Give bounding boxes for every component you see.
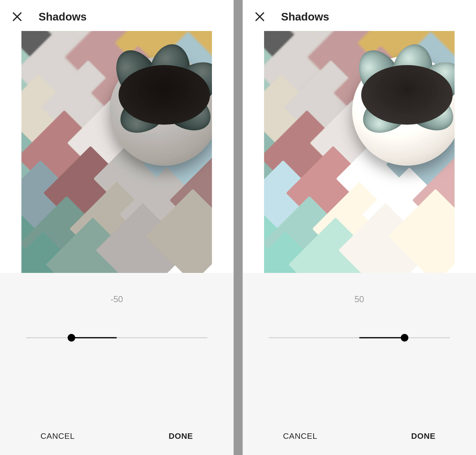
footer: CANCEL DONE bbox=[243, 431, 476, 455]
close-button[interactable] bbox=[10, 9, 24, 24]
slider-value-label: 50 bbox=[243, 294, 476, 304]
header: Shadows bbox=[243, 0, 476, 31]
close-icon bbox=[11, 11, 23, 22]
cancel-button[interactable]: CANCEL bbox=[283, 431, 317, 441]
shadows-slider[interactable] bbox=[269, 333, 450, 342]
done-button[interactable]: DONE bbox=[169, 431, 193, 441]
photo-pot bbox=[110, 56, 212, 166]
screen-left: Shadows bbox=[0, 0, 234, 455]
close-icon bbox=[254, 11, 265, 22]
slider-track bbox=[26, 337, 207, 338]
slider-thumb[interactable] bbox=[401, 334, 408, 341]
comparison-canvas: Shadows bbox=[0, 0, 476, 455]
photo-preview bbox=[264, 31, 455, 273]
controls-panel: -50 CANCEL DONE bbox=[0, 273, 234, 455]
close-button[interactable] bbox=[253, 9, 267, 24]
photo-preview bbox=[21, 31, 212, 273]
shadows-slider[interactable] bbox=[26, 333, 207, 342]
controls-panel: 50 CANCEL DONE bbox=[243, 273, 476, 455]
slider-fill bbox=[359, 337, 405, 338]
done-button[interactable]: DONE bbox=[411, 431, 436, 441]
page-title: Shadows bbox=[39, 10, 87, 23]
slider-value-label: -50 bbox=[0, 294, 234, 304]
header: Shadows bbox=[0, 0, 234, 31]
screen-right: Shadows bbox=[243, 0, 476, 455]
page-title: Shadows bbox=[281, 10, 329, 23]
photo-preview-wrap bbox=[243, 31, 476, 273]
photo-preview-wrap bbox=[0, 31, 234, 273]
cancel-button[interactable]: CANCEL bbox=[40, 431, 75, 441]
slider-thumb[interactable] bbox=[68, 334, 75, 341]
footer: CANCEL DONE bbox=[0, 431, 234, 455]
slider-fill bbox=[71, 337, 117, 338]
